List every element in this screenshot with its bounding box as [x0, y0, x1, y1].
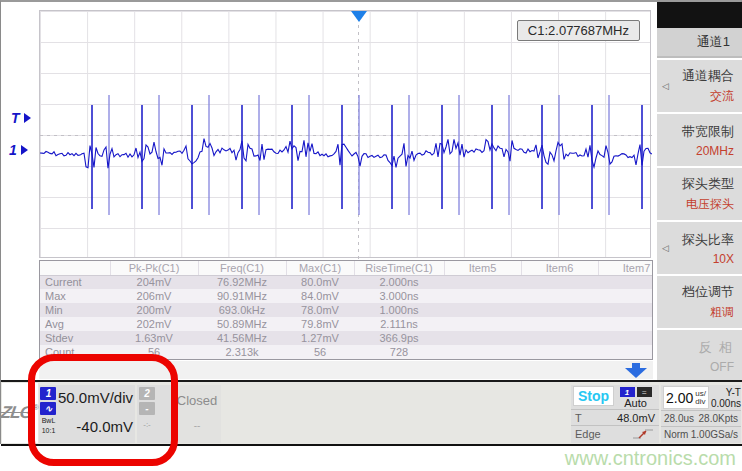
cell: 76.92MHz: [198, 275, 286, 289]
trigger-level-marker[interactable]: T: [11, 110, 31, 126]
table-row-current: Current 204mV 76.92MHz 80.0mV 2.000ns: [40, 275, 653, 289]
cell: 90.91MHz: [198, 289, 286, 303]
cell: 693.0kHz: [198, 303, 286, 317]
waveform-light-spikes: [109, 95, 609, 215]
cell: 84.0mV: [286, 289, 354, 303]
row-label: Avg: [40, 317, 110, 331]
watermark-text: www.cntronics.com: [565, 447, 736, 470]
cell: 78.0mV: [286, 303, 354, 317]
menu-item-value: 电压探头: [686, 196, 734, 213]
table-header-row: Pk-Pk(C1) Freq(C1) Max(C1) RiseTime(C1) …: [40, 261, 653, 275]
col-header-risetime[interactable]: RiseTime(C1): [354, 261, 444, 275]
display-mode: Y-T: [726, 387, 741, 398]
cell: [598, 289, 653, 303]
menu-item-coupling[interactable]: ◁ 通道耦合 交流: [657, 60, 742, 112]
cell: [521, 275, 598, 289]
cell: [521, 331, 598, 345]
cell: [598, 345, 653, 359]
cell: 1.000ns: [354, 303, 444, 317]
col-header-blank: [40, 261, 110, 275]
memory-depth: 28.0Kpts: [699, 413, 738, 424]
cell: 200mV: [110, 303, 198, 317]
col-header-item7[interactable]: Item7: [598, 261, 653, 275]
waveform-display: C1:2.077687MHz: [39, 10, 651, 258]
menu-item-invert[interactable]: 反 相 OFF: [657, 330, 742, 382]
menu-item-value: OFF: [710, 360, 734, 374]
cell: [598, 331, 653, 345]
table-row-stdev: Stdev 1.63mV 41.56MHz 1.27mV 366.9ps: [40, 331, 653, 345]
trigger-level-arrow-icon: [24, 113, 31, 123]
sidebar-title: 通道1: [657, 28, 742, 58]
row-label: Max: [40, 289, 110, 303]
trigger-delay: 0.00ns: [711, 398, 741, 409]
timebase-block: 2.00 us/ div Y-T 0.00ns 28.0us 28.0Kpts …: [661, 385, 741, 443]
col-header-item6[interactable]: Item6: [521, 261, 598, 275]
measurement-table: Pk-Pk(C1) Freq(C1) Max(C1) RiseTime(C1) …: [39, 260, 653, 360]
row-label: Stdev: [40, 331, 110, 345]
cell: [444, 303, 521, 317]
cell: 56: [286, 345, 354, 359]
cell: [598, 317, 653, 331]
cell: 80.0mV: [286, 275, 354, 289]
menu-item-bandwidth[interactable]: 带宽限制 20MHz: [657, 114, 742, 166]
trigger-level-value: 48.0mV: [617, 412, 655, 424]
trigger-level-label: T: [11, 110, 20, 126]
menu-item-label: 带宽限制: [682, 123, 734, 141]
channel1-ground-marker[interactable]: 1: [9, 142, 28, 158]
cell: 202mV: [110, 317, 198, 331]
cell: 1.27mV: [286, 331, 354, 345]
frequency-counter-readout: C1:2.077687MHz: [517, 20, 640, 41]
cell: [444, 289, 521, 303]
cell: 2.000ns: [354, 275, 444, 289]
trigger-type[interactable]: Edge: [575, 428, 601, 440]
cell: [444, 331, 521, 345]
waveform-baseline: [40, 139, 652, 169]
cell: [444, 275, 521, 289]
menu-item-value: 20MHz: [696, 144, 734, 158]
cell: 206mV: [110, 289, 198, 303]
waveform: [40, 11, 652, 259]
col-header-item5[interactable]: Item5: [444, 261, 521, 275]
sample-rate: 1.00GSa/s: [691, 429, 738, 440]
cell: 50.89MHz: [198, 317, 286, 331]
menu-item-label: 探头比率: [682, 231, 734, 249]
trigger-source-label: T: [575, 412, 582, 424]
table-row-max: Max 206mV 90.91MHz 84.0mV 3.000ns: [40, 289, 653, 303]
cell: [521, 289, 598, 303]
channel2-offset: --: [194, 420, 201, 431]
trigger-position-marker-icon[interactable]: [351, 11, 367, 22]
stop-button[interactable]: Stop: [573, 386, 614, 406]
red-highlight-annotation: [28, 354, 178, 466]
cell: [521, 345, 598, 359]
cell: 1.63mV: [110, 331, 198, 345]
channel-menu-sidebar: 通道1 ◁ 通道耦合 交流 带宽限制 20MHz 探头类型 电压探头 ◁ 探头比…: [657, 2, 742, 380]
col-header-max[interactable]: Max(C1): [286, 261, 354, 275]
timebase-scale-box[interactable]: 2.00 us/ div: [663, 386, 709, 409]
table-row-min: Min 200mV 693.0kHz 78.0mV 1.000ns: [40, 303, 653, 317]
channel1-marker-label: 1: [9, 142, 17, 158]
time-per-div-unit: us/ div: [695, 390, 706, 406]
col-header-pkpk[interactable]: Pk-Pk(C1): [110, 261, 198, 275]
trigger-sweep-mode[interactable]: Auto: [624, 397, 647, 409]
channel2-status-block: Closed --: [173, 385, 221, 443]
menu-item-gear-adjust[interactable]: 档位调节 粗调: [657, 276, 742, 328]
col-header-freq[interactable]: Freq(C1): [198, 261, 286, 275]
capture-window: 28.0us: [664, 413, 694, 424]
menu-item-label: 档位调节: [682, 283, 734, 301]
run-channel2-off-icon: =: [637, 387, 652, 397]
menu-item-probe-type[interactable]: 探头类型 电压探头: [657, 168, 742, 220]
submenu-arrow-icon: ◁: [662, 243, 669, 253]
menu-item-label: 探头类型: [682, 175, 734, 193]
rising-edge-icon: [631, 428, 655, 440]
menu-item-probe-ratio[interactable]: ◁ 探头比率 10X: [657, 222, 742, 274]
cell: 79.8mV: [286, 317, 354, 331]
menu-item-label: 通道耦合: [682, 67, 734, 85]
cell: 2.111ns: [354, 317, 444, 331]
trigger-status-block: Stop 1 = Auto T 48.0mV Edge: [571, 385, 659, 443]
channel1-marker-arrow-icon: [21, 145, 28, 155]
cell: [444, 317, 521, 331]
cell: [598, 303, 653, 317]
scroll-down-icon[interactable]: [625, 362, 647, 378]
time-per-div: 2.00: [666, 390, 693, 406]
menu-item-value: 粗调: [710, 304, 734, 321]
